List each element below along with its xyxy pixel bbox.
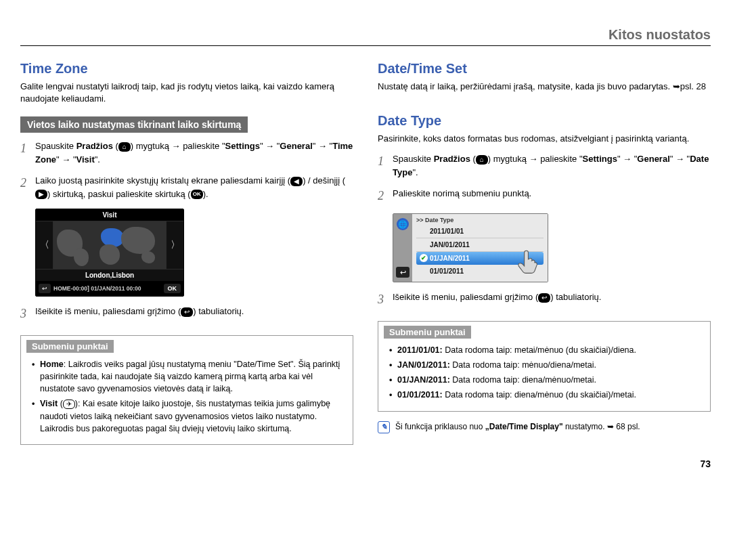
right-column: Date/Time Set Nustatę datą ir laiką, per… — [378, 61, 711, 445]
page-header: Kitos nuostatos — [20, 27, 711, 46]
submenu-item: 2011/01/01: Data rodoma taip: metai/mėnu… — [389, 344, 702, 356]
tz-step-2: 2 Laiko juostą pasirinkite skystųjų kris… — [20, 174, 353, 200]
step-number: 2 — [378, 187, 393, 205]
submenu-item-home: Home: Laikrodis veiks pagal jūsų nustaty… — [32, 358, 345, 395]
submenu-item-visit: Visit (✈): Kai esate kitoje laiko juosto… — [32, 397, 345, 434]
ok-icon: OK — [191, 190, 203, 199]
home-icon: ⌂ — [476, 155, 488, 165]
submenu-item: 01/JAN/2011: Data rodoma taip: diena/mėn… — [389, 374, 702, 386]
return-icon: ↩ — [181, 307, 193, 317]
submenu-box-timezone: Submeniu punktai Home: Laikrodis veiks p… — [20, 335, 353, 445]
home-icon: ⌂ — [118, 142, 131, 152]
submenu-label: Submeniu punktai — [26, 340, 114, 353]
left-column: Time Zone Galite lengvai nustatyti laikr… — [20, 61, 353, 445]
datetype-intro: Pasirinkite, koks datos formatas bus rod… — [378, 133, 711, 145]
left-arrow-icon: ◀ — [290, 177, 303, 186]
page-ref-arrow-icon: ➥ — [607, 422, 614, 431]
lcd-prev-button[interactable]: 〈 — [36, 221, 53, 269]
timezone-intro: Galite lengvai nustatyti laikrodį taip, … — [20, 81, 353, 104]
dt-step-1: 1 Spauskite Pradžios (⌂) mygtuką → palie… — [378, 152, 711, 179]
lcd-datetype-screenshot: 🌐 ↩ >> Date Type 2011/01/01 JAN/01/2011 … — [393, 213, 548, 282]
return-icon: ↩ — [538, 293, 550, 303]
lcd-back-button[interactable]: ↩ — [39, 284, 51, 293]
step-number: 1 — [20, 139, 35, 158]
page-number: 73 — [20, 458, 711, 469]
dt-step-2: 2 Palieskite norimą submeniu punktą. — [378, 187, 711, 205]
lcd-ok-button[interactable]: OK — [164, 284, 181, 293]
lcd-next-button[interactable]: 〉 — [166, 221, 183, 269]
plane-icon: ✈ — [63, 400, 75, 409]
step-number: 3 — [20, 305, 35, 323]
submenu-item: 01/01/2011: Data rodoma taip: diena/mėnu… — [389, 389, 702, 401]
step-number: 2 — [20, 174, 35, 192]
lcd-city: London,Lisbon — [36, 269, 183, 281]
touch-hand-icon — [515, 246, 544, 275]
submenu-box-datetype: Submeniu punktai 2011/01/01: Data rodoma… — [378, 321, 711, 412]
note-row: ✎ Ši funkcija priklauso nuo „Date/Time D… — [378, 421, 711, 433]
chapter-title: Kitos nuostatos — [20, 27, 711, 43]
globe-icon: 🌐 — [397, 218, 409, 230]
lcd-title: Visit — [36, 209, 183, 221]
lcd-status: HOME-00:00] 01/JAN/2011 00:00 — [53, 285, 161, 292]
tz-step-3: 3 Išeikite iš meniu, paliesdami grįžimo … — [20, 305, 353, 323]
dt-step-3: 3 Išeikite iš meniu, paliesdami grįžimo … — [378, 290, 711, 309]
tz-step-1: 1 Spauskite Pradžios (⌂) mygtuką → palie… — [20, 139, 353, 166]
lcd-back-button[interactable]: ↩ — [396, 267, 409, 278]
heading-timezone: Time Zone — [20, 61, 353, 77]
page-ref-arrow-icon: ➥ — [673, 81, 680, 91]
heading-datetype: Date Type — [378, 113, 711, 129]
right-arrow-icon: ▶ — [35, 190, 47, 199]
submenu-item: JAN/01/2011: Data rodoma taip: mėnuo/die… — [389, 359, 702, 371]
step-number: 1 — [378, 152, 393, 171]
world-map — [53, 221, 166, 269]
step-number: 3 — [378, 290, 393, 309]
note-icon: ✎ — [378, 421, 390, 433]
lcd-breadcrumb: >> Date Type — [416, 217, 544, 223]
lcd-option-1[interactable]: 2011/01/01 — [416, 225, 544, 238]
submenu-label: Submeniu punktai — [384, 326, 471, 339]
lcd-timezone-screenshot: Visit 〈 〉 London,Lisbon ↩ — [35, 209, 184, 297]
datetimeset-intro: Nustatę datą ir laiką, peržiūrėdami įraš… — [378, 81, 711, 93]
subheading-setting-local-time: Vietos laiko nustatymas tikrinant laiko … — [20, 116, 248, 133]
heading-datetimeset: Date/Time Set — [378, 61, 711, 77]
